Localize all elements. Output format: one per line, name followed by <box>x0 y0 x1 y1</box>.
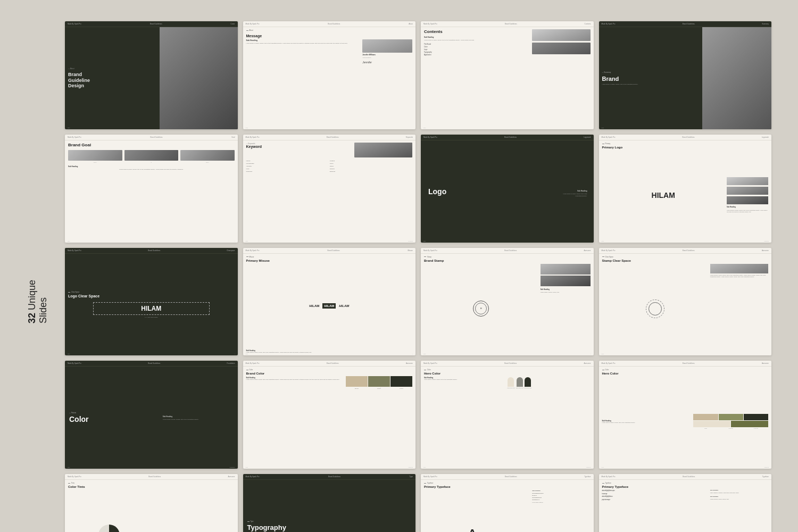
slide-11-tag: Stamp <box>424 256 591 258</box>
arch-medium <box>517 377 523 387</box>
slide-2-sub-heading: Sub Heading <box>246 39 361 41</box>
arch-item-2: Pure Dark Tone <box>516 377 523 388</box>
slide-header-12: Made By Spark Pro Brand Guidelines Aweso… <box>599 248 772 254</box>
swatch-label-3: & SHADE <box>744 428 768 429</box>
arch-item-3: Bold Dark Tone <box>525 377 532 388</box>
slide-brand: Made By Spark Pro Brand Guidelines Summa… <box>599 21 772 129</box>
slide-10-logos: HILAM HILAM HILAM <box>246 264 413 348</box>
slide-10-tag: Misuse <box>246 256 413 258</box>
slide-brand-stamp: Made By Spark Pro Brand Guidelines Aweso… <box>421 248 594 356</box>
slide-12-footer: 2024 <box>602 353 769 354</box>
slide-14-color-labels: BRAND DARK® DARK2 <box>346 388 412 389</box>
slide-8-sub-heading: Sub Heading <box>727 206 768 208</box>
slide-logo-clear-space: Made By Spark Pro Brand Guidelines Clear… <box>65 248 238 356</box>
swatch-s4 <box>693 421 730 427</box>
slide-8-logo: HILAM <box>602 191 725 200</box>
slide-11-sub-heading: Sub Heading <box>541 288 591 290</box>
swatch-s5 <box>731 421 768 427</box>
slide-8-content: HILAM Sub Heading Lorem ipsum is simply … <box>602 150 769 240</box>
slide-16-body: Lorem ipsum is simply dummy text of the … <box>602 422 692 423</box>
slide-2-name: Jennifer Williams <box>362 54 412 56</box>
slide-20-content: abcdefghijklmnoprs tuvwxyz abcdefghijklm… <box>602 489 769 532</box>
slide-body-11: Stamp Brand Stamp H Sub Heading <box>421 254 594 356</box>
slide-16-swatch-row-1 <box>693 414 768 420</box>
slide-20-alphabet-2: tuvwxyz <box>602 493 709 495</box>
slide-11-img-1 <box>541 264 591 275</box>
slide-body-16: Color Hero Color Sub Heading Lorem ipsum… <box>599 367 772 469</box>
slide-keyword: Made By Spark Pro Brand Guidelines Keywo… <box>243 135 416 243</box>
slide-9-logo: HILAM <box>141 305 161 312</box>
slide-20-tag: Typeface <box>602 482 769 484</box>
slide-body-14: Color Brand Color Sub Heading Lorem ipsu… <box>243 367 416 469</box>
slide-14-tag: Color <box>246 369 413 371</box>
slide-13-body: Lorem ipsum is simply dummy text of the … <box>163 419 234 421</box>
slide-20-title: Primary Typeface <box>602 485 769 488</box>
slide-11-footer: 2024 • <box>423 353 591 354</box>
slide-11-stamp: H <box>424 264 538 354</box>
slide-16-swatch-row-2 <box>693 421 768 427</box>
slide-3-img-2 <box>532 43 590 54</box>
slide-20-body-2: Lorem ipsum is simply dummy text. <box>710 498 768 500</box>
slide-13-footer: 2024 Foundation <box>68 467 235 468</box>
slide-9-footer: 2024 • <box>68 353 235 354</box>
slide-8-img-2 <box>727 187 768 195</box>
slide-17-pie <box>68 525 150 532</box>
slide-2-portrait <box>362 39 412 53</box>
keyword-classic: Classic <box>246 160 329 162</box>
slide-14-colors: BRAND DARK® DARK2 <box>346 376 412 467</box>
slide-body-7: Logo Sub Heading Lorem ipsum is simply d… <box>421 140 594 243</box>
slide-hero-color-2: Made By Spark Pro Brand Guidelines Aweso… <box>599 361 772 469</box>
slide-12-title: Stamp Clear Space <box>602 259 769 262</box>
slide-15-footer: 2024 Awesome <box>423 467 591 468</box>
slide-header-14: Made By Spark Pro Brand Guidelines Aweso… <box>243 361 416 367</box>
slide-14-footer: 2024 Awesome <box>246 467 413 468</box>
slide-2-title: Message <box>246 34 413 38</box>
slide-11-body: Lorem ipsum is simply dummy text. <box>541 292 591 293</box>
slide-7-body: Lorem ipsum is simply dummy text of the … <box>559 193 587 197</box>
slide-4-image <box>702 27 771 129</box>
slide-4-footer: 2024 <box>602 127 769 128</box>
slide-1-section-label: — About <box>68 68 156 70</box>
swatch-dark <box>390 376 412 387</box>
slide-10-logo-2: HILAM <box>322 303 336 309</box>
slide-5-img-3: 0.0.1 <box>180 150 235 163</box>
slide-body-2: About Message Sub Heading Lorem ipsum is… <box>243 27 416 129</box>
slide-header-9: Made By Spark Pro Brand Guidelines Clear… <box>65 248 238 254</box>
slide-5-footer: 2024 • <box>68 240 235 242</box>
slide-2-role: Lead Designer <box>362 57 412 59</box>
slide-brand-guideline: Made By Spark Pro Brand Guidelines Cover… <box>65 21 238 129</box>
slide-8-right: Sub Heading Lorem ipsum is simply dummy … <box>727 177 768 213</box>
slide-body-17: Tints Color Tints Sub Heading Lorem ipsu… <box>65 480 238 532</box>
slide-16-swatches: TONE & SHADE & SHADE <box>693 414 768 429</box>
slide-stamp-clear-space: Made By Spark Pro Brand Guidelines Aweso… <box>599 248 772 356</box>
slide-7-right: Sub Heading Lorem ipsum is simply dummy … <box>516 186 591 197</box>
slide-body-20: Typeface Primary Typeface abcdefghijklmn… <box>599 480 772 532</box>
slide-15-text: Sub Heading Lorem ipsum is simply dummy … <box>424 376 505 467</box>
slide-logo-dark: Made By Spark Pro Brand Guidelines Logom… <box>421 135 594 243</box>
keyword-clean: Clean <box>330 163 412 164</box>
slide-3-img-1 <box>532 29 590 41</box>
slide-header-11: Made By Spark Pro Brand Guidelines Aweso… <box>421 248 594 254</box>
slide-17-content: Sub Heading Lorem ipsum is simply dummy … <box>68 490 235 532</box>
slide-header-6: Made By Spark Pro Brand Guidelines Keywo… <box>243 135 416 140</box>
slide-9-clear-label: X = Logo Clear Space <box>68 317 235 318</box>
slide-20-sub-heading: Sub Heading <box>710 489 768 491</box>
keyword-creative: Creative <box>330 160 412 162</box>
slide-19-big-letter: Aa <box>467 527 487 532</box>
slide-body-4: — Summary Brand Lorem ipsum is simply du… <box>599 27 772 129</box>
slide-7-sub-heading: Sub Heading <box>577 190 587 192</box>
slide-primary-logo: Made By Spark Pro Brand Guidelines Logom… <box>599 135 772 243</box>
slide-19-content: Aa Sub Heading abcdefghijklmnoprstuvwxyz… <box>424 490 591 532</box>
slide-4-img <box>702 27 771 129</box>
slide-body-8: Primary Primary Logo HILAM Sub Heading L… <box>599 140 772 243</box>
slide-8-body: Lorem ipsum is simply dummy text of the … <box>727 210 768 213</box>
slide-13-title: Color <box>69 415 160 423</box>
slide-13-right: Sub Heading Lorem ipsum is simply dummy … <box>160 415 234 421</box>
slide-header-10: Made By Spark Pro Brand Guidelines Misus… <box>243 248 416 254</box>
slide-body-15: Color Hero Color Sub Heading Lorem ipsum… <box>421 367 594 469</box>
swatch-label-1: TONE <box>693 428 718 429</box>
slide-7-title: Logo <box>428 187 446 196</box>
slide-5-title: Brand Goal <box>68 143 91 147</box>
slide-14-swatches <box>346 376 412 387</box>
arch-item-1: Crisp Gray Tone <box>507 377 514 388</box>
